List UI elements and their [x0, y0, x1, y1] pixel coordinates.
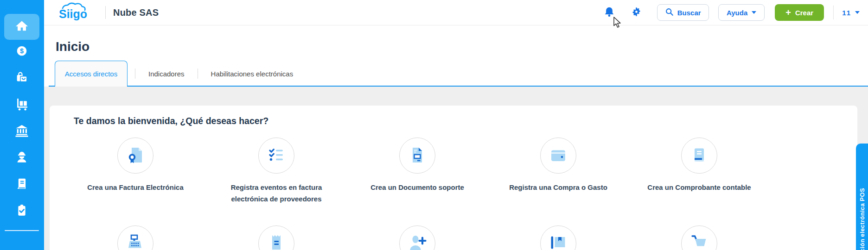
- add-client-icon: [399, 225, 435, 250]
- gear-icon: [631, 6, 642, 19]
- shortcut-cotizacion[interactable]: [206, 225, 347, 250]
- shortcut-compra-gasto[interactable]: Registra una Compra o Gasto: [488, 138, 629, 206]
- sidebar-item-payroll[interactable]: [4, 145, 39, 171]
- shortcut-comprobante-contable[interactable]: Crea un Comprobante contable: [629, 138, 770, 206]
- sidebar-item-purchases[interactable]: [4, 65, 39, 91]
- worker-icon: [13, 149, 30, 168]
- search-button-label: Buscar: [677, 9, 701, 17]
- shortcut-crear-cliente[interactable]: [347, 225, 488, 250]
- logo-text: Siigo: [59, 7, 87, 20]
- sidebar-divider: [5, 230, 39, 231]
- shortcut-label: Crea un Comprobante contable: [647, 182, 751, 206]
- plus-icon: +: [785, 8, 791, 17]
- sidebar-item-tasks[interactable]: [4, 199, 39, 225]
- notifications-button[interactable]: [602, 6, 616, 19]
- receipt-icon: [258, 225, 294, 250]
- tab-habilitaciones-electronicas[interactable]: Habilitaciones electrónicas: [198, 70, 306, 78]
- top-bar: Siigo Nube SAS Buscar: [44, 0, 868, 25]
- cash-register-icon: [117, 225, 153, 250]
- chevron-down-icon: [752, 11, 756, 14]
- welcome-heading: Te damos la bienvenida, ¿Qué deseas hace…: [74, 116, 857, 126]
- shortcuts-row-2: [50, 225, 857, 250]
- shortcut-crear-producto[interactable]: [488, 225, 629, 250]
- pos-side-tab-label: Facturación electrónica POS: [859, 188, 866, 250]
- bank-icon: [13, 123, 30, 141]
- welcome-card: Te damos la bienvenida, ¿Qué deseas hace…: [50, 106, 857, 250]
- shortcut-label: Registra eventos en factura electrónica …: [219, 182, 334, 206]
- search-icon: [665, 8, 677, 17]
- account-menu[interactable]: 11: [842, 9, 860, 17]
- shopping-bag-icon: [13, 69, 30, 88]
- tab-accesos-directos[interactable]: Accesos directos: [55, 61, 128, 87]
- sidebar-item-money[interactable]: $: [4, 39, 39, 65]
- ledger-book-icon: [681, 138, 717, 174]
- sidebar-item-bank[interactable]: [4, 119, 39, 145]
- shortcut-label: Crea un Documento soporte: [370, 182, 464, 206]
- certificate-document-icon: [117, 138, 153, 174]
- clipboard-check-icon: [13, 202, 30, 221]
- siigo-logo[interactable]: Siigo: [54, 2, 99, 23]
- bell-icon: [604, 6, 614, 19]
- company-name: Nube SAS: [113, 7, 159, 18]
- logo-divider: [105, 6, 106, 19]
- shortcut-remision[interactable]: [629, 225, 770, 250]
- chevron-down-icon: [855, 11, 860, 14]
- sidebar-item-inventory[interactable]: [4, 92, 39, 118]
- page-title: Inicio: [56, 39, 89, 54]
- shortcut-label: Crea una Factura Electrónica: [87, 182, 184, 206]
- help-button-label: Ayuda: [727, 9, 747, 17]
- svg-text:$: $: [20, 47, 24, 55]
- shortcut-eventos-factura-proveedores[interactable]: Registra eventos en factura electrónica …: [206, 138, 347, 206]
- help-button[interactable]: Ayuda: [718, 4, 765, 21]
- search-button[interactable]: Buscar: [657, 4, 709, 21]
- dollar-circle-icon: $: [13, 43, 30, 61]
- shortcut-label: Registra una Compra o Gasto: [509, 182, 607, 206]
- shopping-cart-icon: [681, 225, 717, 250]
- settings-button[interactable]: [629, 6, 643, 19]
- trolley-cart-icon: [13, 96, 30, 114]
- create-button[interactable]: + Crear: [775, 4, 824, 21]
- pos-side-tab[interactable]: Facturación electrónica POS: [856, 144, 868, 250]
- home-icon: [13, 18, 30, 36]
- sidebar-item-accounting[interactable]: [4, 172, 39, 198]
- shortcut-documento-soporte[interactable]: Crea un Documento soporte: [347, 138, 488, 206]
- book-icon: [13, 175, 30, 194]
- tab-indicadores[interactable]: Indicadores: [135, 70, 198, 78]
- shortcuts-row-1: Crea una Factura Electrónica Registra ev…: [50, 138, 857, 206]
- shortcut-factura-electronica[interactable]: Crea una Factura Electrónica: [65, 138, 206, 206]
- create-button-label: Crear: [795, 9, 813, 17]
- package-icon: [540, 225, 576, 250]
- tab-bar: Accesos directos Indicadores Habilitacio…: [55, 61, 306, 87]
- support-document-icon: [399, 138, 435, 174]
- sidebar: $: [0, 0, 44, 250]
- wallet-icon: [540, 138, 576, 174]
- account-value: 11: [842, 9, 851, 17]
- checklist-icon: [258, 138, 294, 174]
- sidebar-item-home[interactable]: [4, 14, 39, 40]
- header-divider: [833, 6, 834, 19]
- shortcut-factura-pos[interactable]: [65, 225, 206, 250]
